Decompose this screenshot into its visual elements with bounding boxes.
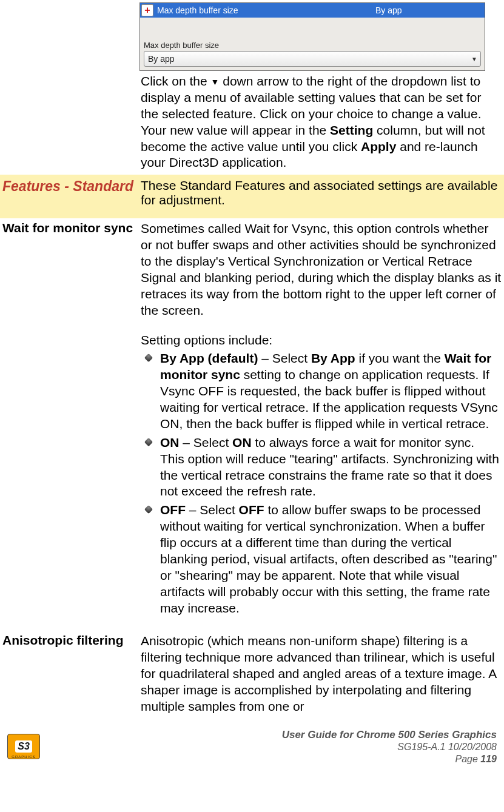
dropdown-selected-value: By app: [144, 54, 468, 64]
text: – Select: [258, 351, 311, 365]
depth-buffer-dropdown[interactable]: By app ▼: [144, 51, 481, 67]
s3-graphics-logo: S3 GRAPHICS: [7, 734, 40, 759]
bold-text: Setting: [330, 123, 373, 137]
anisotropic-filtering-p1: Anisotropic (which means non-uniform sha…: [141, 633, 502, 714]
wait-for-monitor-sync-heading: Wait for monitor sync: [0, 218, 138, 622]
settings-widget-screenshot: + Max depth buffer size By app Max depth…: [139, 2, 485, 71]
option-by-app: By App (default) – Select By App if you …: [141, 351, 502, 432]
footer-page: Page 119: [40, 753, 497, 765]
text: – Select: [180, 435, 233, 449]
settings-row-value: By app: [375, 5, 485, 15]
text: – Select: [186, 503, 239, 517]
bold-text: OFF: [160, 503, 186, 517]
bold-text: OFF: [239, 503, 264, 517]
features-standard-desc: These Standard Features and associated s…: [138, 175, 504, 218]
page-footer: S3 GRAPHICS User Guide for Chrome 500 Se…: [0, 719, 504, 773]
text: Click on the: [141, 74, 211, 88]
anisotropic-filtering-heading: Anisotropic filtering: [0, 622, 138, 718]
wait-sync-p1: Sometimes called Wait for Vsync, this op…: [141, 221, 502, 318]
bold-text: Apply: [361, 139, 396, 153]
footer-doc-info: SG195-A.1 10/20/2008: [40, 741, 497, 753]
page-number: 119: [480, 754, 497, 764]
bold-text: By App: [311, 351, 355, 365]
text: if you want the: [355, 351, 445, 365]
plus-icon: +: [141, 4, 153, 16]
chevron-down-icon: ▼: [468, 56, 480, 62]
option-on: ON – Select ON to always force a wait fo…: [141, 435, 502, 500]
footer-title: User Guide for Chrome 500 Series Graphic…: [40, 728, 497, 741]
text: to allow buffer swaps to be processed wi…: [160, 503, 497, 614]
bold-text: By App (default): [160, 351, 258, 365]
text: Page: [455, 754, 480, 764]
group-label: Max depth buffer size: [140, 39, 485, 51]
wait-sync-p2: Setting options include:: [141, 332, 502, 349]
bold-text: ON: [160, 435, 180, 449]
features-standard-heading: Features - Standard: [0, 175, 138, 218]
bold-text: ON: [232, 435, 252, 449]
settings-row-label: Max depth buffer size: [157, 5, 375, 15]
logo-text: S3: [15, 740, 32, 753]
intro-paragraph: Click on the ▼ down arrow to the right o…: [141, 73, 502, 171]
logo-subtext: GRAPHICS: [7, 755, 40, 759]
option-off: OFF – Select OFF to allow buffer swaps t…: [141, 502, 502, 616]
wait-sync-options: By App (default) – Select By App if you …: [141, 351, 502, 616]
settings-list-row-selected: + Max depth buffer size By app: [140, 3, 485, 18]
down-triangle-icon: ▼: [211, 78, 220, 86]
